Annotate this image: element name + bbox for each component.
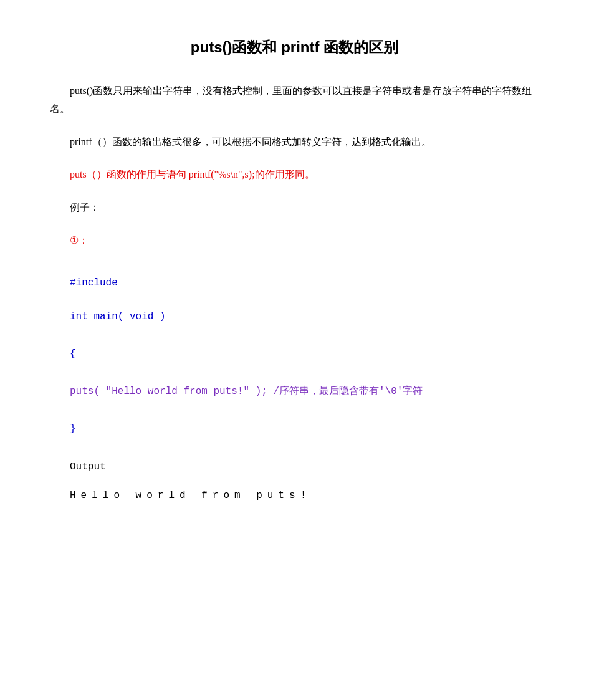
brace-close: } xyxy=(70,419,539,439)
printf-desc: printf（）函数的输出格式很多，可以根据不同格式加转义字符，达到格式化输出。 xyxy=(70,133,539,151)
puts-call-text: puts( "Hello world from puts!" ); /序符串，最… xyxy=(70,386,423,397)
int-main-line: int main( void ) xyxy=(70,307,539,327)
circle-one-label: ①： xyxy=(70,232,539,250)
output-label: Output xyxy=(70,461,539,472)
brace-open: { xyxy=(70,344,539,364)
circle-num: ①： xyxy=(70,235,89,246)
include-line: #include xyxy=(70,272,539,294)
output-value: Hello world from puts! xyxy=(70,490,539,501)
puts-call-line: puts( "Hello world from puts!" ); /序符串，最… xyxy=(70,381,539,401)
puts-desc: puts（）函数的作用与语句 printf("%s\n",s);的作用形同。 xyxy=(70,166,539,184)
page-title: puts()函数和 printf 函数的区别 xyxy=(50,37,539,57)
example-label: 例子： xyxy=(70,199,539,217)
intro-paragraph: puts()函数只用来输出字符串，没有格式控制，里面的参数可以直接是字符串或者是… xyxy=(50,82,539,118)
